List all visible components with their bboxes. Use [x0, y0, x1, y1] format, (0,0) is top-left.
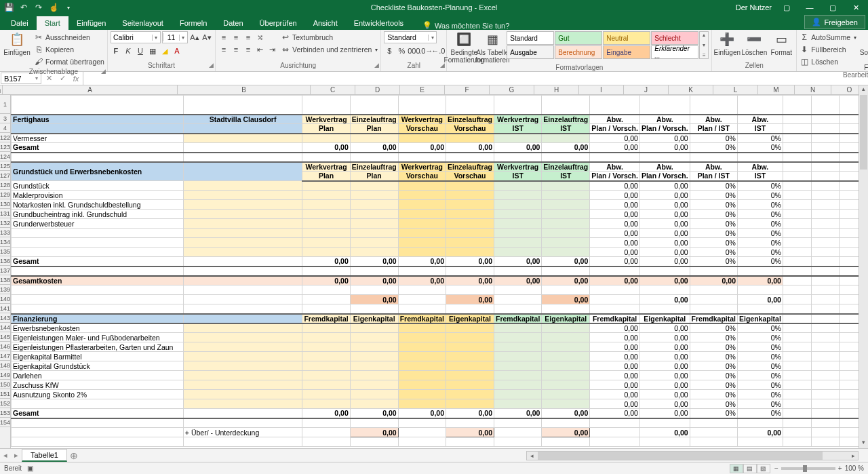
row-header[interactable]: 145	[0, 332, 10, 342]
column-headers[interactable]: A B C D E F G H I J K L M N O	[0, 85, 868, 95]
row-header[interactable]: 138	[0, 275, 10, 285]
row-header[interactable]: 132	[0, 218, 10, 228]
row-header[interactable]: 124	[0, 152, 10, 161]
row-header[interactable]: 122	[0, 133, 10, 142]
row-header[interactable]: 137	[0, 266, 10, 275]
zoom-in-icon[interactable]: +	[838, 465, 842, 472]
style-neutral[interactable]: Neutral	[603, 31, 650, 45]
tab-file[interactable]: Datei	[3, 16, 37, 30]
tab-insert[interactable]: Einfügen	[68, 16, 114, 30]
row-header[interactable]: 3	[0, 114, 10, 123]
sheet-nav-prev-icon[interactable]: ◂	[0, 451, 11, 460]
row-header[interactable]: 151	[0, 389, 10, 399]
cells-area[interactable]: FertighausStadtvilla ClausdorfWerkvertra…	[11, 95, 868, 448]
tab-review[interactable]: Überprüfen	[252, 16, 305, 30]
style-standard[interactable]: Standard	[507, 31, 554, 45]
vertical-scrollbar[interactable]: ▴ ▾	[859, 85, 868, 448]
save-icon[interactable]: 💾	[4, 3, 14, 12]
underline-button[interactable]: U	[135, 45, 146, 56]
table-format-button[interactable]: ▦Als Tabelle formatieren	[478, 31, 507, 64]
tab-layout[interactable]: Seitenlayout	[114, 16, 172, 30]
col-header[interactable]: K	[669, 85, 713, 94]
row-header[interactable]: 141	[0, 304, 10, 313]
col-header[interactable]: N	[795, 85, 831, 94]
font-launcher-icon[interactable]: ◢	[209, 62, 214, 68]
scroll-down-icon[interactable]: ▾	[859, 439, 868, 448]
row-header[interactable]: 152	[0, 399, 10, 408]
increase-font-icon[interactable]: A▴	[189, 32, 200, 43]
bold-button[interactable]: F	[111, 45, 121, 56]
row-header[interactable]: 140	[0, 294, 10, 304]
row-header[interactable]: 128	[0, 180, 10, 190]
align-middle-icon[interactable]: ≡	[231, 32, 241, 43]
select-all-button[interactable]	[0, 85, 3, 94]
sheet-tab-active[interactable]: Tabelle1	[22, 449, 67, 462]
tab-dev[interactable]: Entwicklertools	[346, 16, 412, 30]
row-headers[interactable]: 1341221231241251271281291301311321331341…	[0, 95, 11, 448]
style-explain[interactable]: Erklärender ...	[651, 45, 698, 59]
view-layout-icon[interactable]: ▤	[743, 464, 757, 473]
number-format-select[interactable]: Standard▾	[384, 31, 437, 43]
delete-cells-button[interactable]: ➖Löschen	[742, 31, 766, 56]
border-button[interactable]: ▦	[147, 45, 158, 56]
indent-dec-icon[interactable]: ⇤	[255, 44, 266, 55]
col-header[interactable]: I	[579, 85, 624, 94]
indent-inc-icon[interactable]: ⇥	[267, 44, 278, 55]
comma-icon[interactable]: 000	[408, 45, 419, 56]
qat-more-icon[interactable]: ▾	[64, 3, 73, 12]
percent-icon[interactable]: %	[396, 45, 407, 56]
style-good[interactable]: Gut	[555, 31, 602, 45]
fill-color-button[interactable]: ◢	[159, 45, 170, 56]
row-header[interactable]: 139	[0, 285, 10, 294]
row-header[interactable]: 1	[0, 95, 10, 114]
col-header[interactable]: F	[445, 85, 490, 94]
row-header[interactable]: 135	[0, 247, 10, 256]
undo-icon[interactable]: ↶	[19, 3, 28, 12]
merge-center-button[interactable]: ⇔Verbinden und zentrieren▾	[281, 43, 378, 56]
col-header[interactable]: H	[534, 85, 579, 94]
col-header[interactable]: C	[311, 85, 355, 94]
italic-button[interactable]: K	[123, 45, 134, 56]
zoom-out-icon[interactable]: −	[774, 465, 778, 472]
align-center-icon[interactable]: ≡	[231, 44, 241, 55]
zoom-slider[interactable]	[781, 467, 835, 470]
fill-button[interactable]: ⬇Füllbereich	[800, 43, 856, 56]
tell-me[interactable]: 💡 Was möchten Sie tun?	[422, 21, 509, 30]
touch-mode-icon[interactable]: ☝	[49, 3, 58, 12]
align-bottom-icon[interactable]: ≡	[243, 32, 254, 43]
inc-decimal-icon[interactable]: .0→	[420, 45, 431, 56]
tab-formulas[interactable]: Formeln	[172, 16, 215, 30]
dec-decimal-icon[interactable]: ←.0	[433, 45, 443, 56]
sort-filter-button[interactable]: ⇅Sortieren und Filtern	[859, 31, 868, 71]
row-header[interactable]: 134	[0, 237, 10, 247]
row-header[interactable]: 125	[0, 161, 10, 171]
align-top-icon[interactable]: ≡	[218, 32, 229, 43]
format-painter-button[interactable]: 🖌Format übertragen	[34, 56, 104, 68]
font-size-select[interactable]: 11▾	[162, 31, 188, 43]
redo-icon[interactable]: ↷	[34, 3, 43, 12]
style-input[interactable]: Eingabe	[603, 45, 650, 59]
formula-input[interactable]	[83, 72, 868, 85]
paste-button[interactable]: 📋 Einfügen	[3, 31, 31, 56]
row-header[interactable]: 131	[0, 209, 10, 218]
tab-data[interactable]: Daten	[215, 16, 251, 30]
col-header[interactable]: D	[355, 85, 400, 94]
scroll-up-icon[interactable]: ▴	[859, 85, 868, 95]
cut-button[interactable]: ✂Ausschneiden	[34, 31, 104, 43]
cond-format-button[interactable]: 🔲Bedingte Formatierung	[450, 31, 478, 64]
sheet-nav-next-icon[interactable]: ▸	[11, 451, 22, 460]
col-header[interactable]: A	[3, 85, 178, 94]
row-header[interactable]: 127	[0, 171, 10, 180]
row-header[interactable]: 143	[0, 313, 10, 323]
hscroll-thumb[interactable]	[538, 452, 823, 460]
view-normal-icon[interactable]: ▦	[730, 464, 743, 473]
worksheet-grid[interactable]: A B C D E F G H I J K L M N O 1341221231…	[0, 85, 868, 448]
row-header[interactable]: 153	[0, 408, 10, 418]
maximize-icon[interactable]: ▢	[825, 1, 841, 14]
col-header[interactable]: B	[178, 85, 311, 94]
close-icon[interactable]: ✕	[848, 1, 864, 14]
currency-icon[interactable]: $	[384, 45, 395, 56]
tab-view[interactable]: Ansicht	[305, 16, 346, 30]
align-launcher-icon[interactable]: ◢	[374, 62, 379, 68]
row-header[interactable]: 146	[0, 342, 10, 351]
